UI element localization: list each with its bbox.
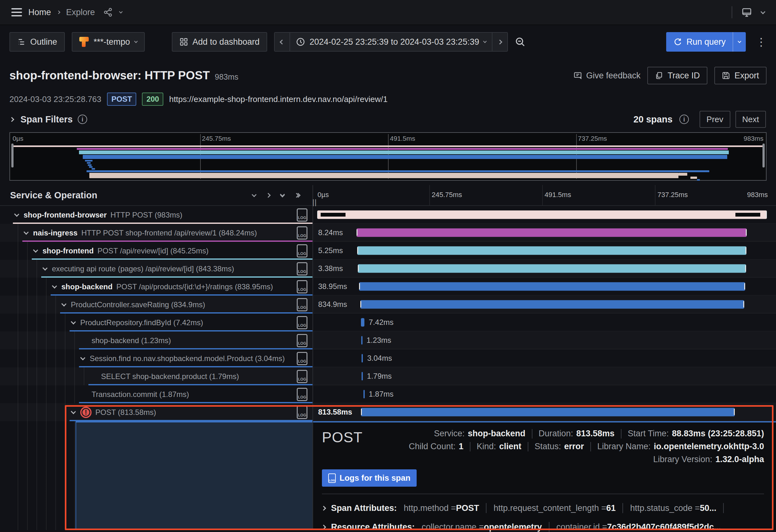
span-filters-info-icon[interactable]: i: [78, 115, 87, 124]
span-row-timeline-cell[interactable]: 3.04ms: [313, 349, 776, 367]
attributes-row[interactable]: Resource Attributes:collector.name = ope…: [322, 522, 764, 532]
span-row[interactable]: Session.find no.nav.shopbackend.model.Pr…: [0, 349, 776, 367]
run-query-caret[interactable]: [733, 32, 746, 52]
time-shift-forward-button[interactable]: [492, 33, 507, 51]
give-feedback-link[interactable]: Give feedback: [573, 71, 641, 80]
span-duration-bar[interactable]: [361, 336, 363, 344]
span-row-timeline-cell[interactable]: 5.25ms: [313, 242, 776, 260]
collapse-one-icon[interactable]: [252, 192, 257, 197]
span-row[interactable]: shop-backendPOST /api/products/{id:\d+}/…: [0, 278, 776, 296]
span-row-label-cell[interactable]: ProductController.saveRating (834.9ms) L…: [0, 296, 313, 314]
run-query-button[interactable]: Run query: [666, 32, 746, 52]
span-duration-bar[interactable]: [361, 318, 364, 326]
breadcrumb-more-icon[interactable]: [119, 10, 123, 13]
span-row-label-cell[interactable]: shop-backendPOST /api/products/{id:\d+}/…: [0, 278, 313, 296]
monitor-icon[interactable]: [741, 7, 752, 18]
span-collapse-icon[interactable]: [33, 247, 38, 252]
pane-splitter[interactable]: [313, 185, 313, 530]
span-row[interactable]: executing api route (pages) /api/review/…: [0, 260, 776, 278]
span-log-icon[interactable]: LOG: [297, 280, 308, 294]
span-duration-bar[interactable]: [362, 372, 363, 380]
span-duration-bar[interactable]: [357, 228, 747, 237]
span-row[interactable]: nais-ingressHTTP POST shop-frontend /api…: [0, 224, 776, 242]
span-row-label-cell[interactable]: Transaction.commit (1.87ms) LOG: [0, 385, 313, 403]
span-log-icon[interactable]: LOG: [297, 244, 308, 257]
span-row-timeline-cell[interactable]: 1.87ms: [313, 385, 776, 403]
span-collapse-icon[interactable]: [71, 319, 76, 324]
minimap-left-handle[interactable]: [11, 144, 14, 167]
span-row-timeline-cell[interactable]: 8.24ms: [313, 224, 776, 242]
prev-span-button[interactable]: Prev: [700, 111, 730, 128]
collapse-all-icon[interactable]: [281, 194, 284, 197]
share-icon[interactable]: [103, 8, 113, 17]
minimap-right-handle[interactable]: [762, 144, 765, 167]
logs-for-span-button[interactable]: LOG Logs for this span: [322, 469, 417, 487]
span-collapse-icon[interactable]: [24, 229, 29, 234]
span-row-timeline-cell[interactable]: 834.9ms: [313, 296, 776, 314]
span-duration-bar[interactable]: [358, 264, 746, 273]
span-log-icon[interactable]: LOG: [297, 388, 308, 401]
span-row-label-cell[interactable]: shop-frontend-browserHTTP POST (983ms) L…: [0, 206, 313, 224]
span-collapse-icon[interactable]: [42, 265, 47, 271]
span-row-timeline-cell[interactable]: 3.38ms: [313, 260, 776, 278]
datasource-picker[interactable]: ***-tempo: [72, 32, 145, 52]
span-duration-bar[interactable]: [359, 282, 745, 291]
expand-icon[interactable]: [322, 524, 326, 529]
span-row[interactable]: shop-frontend-browserHTTP POST (983ms) L…: [0, 206, 776, 224]
span-duration-bar[interactable]: [357, 246, 746, 255]
span-collapse-icon[interactable]: [52, 283, 57, 288]
span-filters-expand-icon[interactable]: [9, 117, 14, 122]
zoom-out-icon[interactable]: [515, 36, 526, 47]
time-range-picker[interactable]: 2024-02-25 23:25:39 to 2024-03-03 23:25:…: [289, 33, 492, 51]
next-span-button[interactable]: Next: [735, 111, 766, 128]
span-collapse-icon[interactable]: [71, 409, 76, 414]
span-log-icon[interactable]: LOG: [297, 370, 308, 383]
span-row[interactable]: Transaction.commit (1.87ms) LOG 1.87ms: [0, 385, 776, 403]
span-row-timeline-cell[interactable]: 813.58ms: [313, 403, 776, 421]
column-resize-handle[interactable]: ||: [313, 198, 317, 206]
span-duration-bar[interactable]: [360, 300, 744, 309]
span-row-label-cell[interactable]: ProductRepository.findById (7.42ms) LOG: [0, 314, 313, 332]
span-row-label-cell[interactable]: Session.find no.nav.shopbackend.model.Pr…: [0, 349, 313, 367]
expand-icon[interactable]: [322, 506, 326, 511]
span-duration-bar[interactable]: [317, 210, 767, 219]
span-duration-bar[interactable]: [363, 390, 365, 398]
span-log-icon[interactable]: LOG: [297, 316, 308, 329]
span-log-icon[interactable]: LOG: [297, 352, 308, 365]
menu-icon[interactable]: [11, 8, 22, 16]
span-row-label-cell[interactable]: shop-frontendPOST /api/review/[id] (845.…: [0, 242, 313, 260]
span-row-label-cell[interactable]: POST (813.58ms) LOG: [0, 403, 313, 421]
trace-id-button[interactable]: Trace ID: [647, 67, 708, 84]
span-duration-bar[interactable]: [362, 354, 363, 362]
span-duration-bar[interactable]: [361, 408, 735, 416]
trace-minimap[interactable]: 0µs245.75ms491.5ms737.25ms983ms: [9, 132, 767, 181]
export-button[interactable]: Export: [714, 67, 767, 84]
outline-button[interactable]: Outline: [9, 32, 65, 52]
span-log-icon[interactable]: LOG: [297, 226, 308, 239]
span-row[interactable]: shop-backend (1.23ms) LOG 1.23ms: [0, 332, 776, 349]
span-log-icon[interactable]: LOG: [297, 298, 308, 311]
expand-one-icon[interactable]: [266, 193, 271, 198]
span-count-info-icon[interactable]: i: [680, 115, 689, 124]
span-log-icon[interactable]: LOG: [297, 262, 308, 276]
span-collapse-icon[interactable]: [80, 355, 85, 360]
span-row-timeline-cell[interactable]: 38.95ms: [313, 278, 776, 296]
span-row-timeline-cell[interactable]: 1.23ms: [313, 332, 776, 349]
attributes-row[interactable]: Span Attributes:http.method = POSThttp.r…: [322, 503, 764, 513]
span-row-label-cell[interactable]: shop-backend (1.23ms) LOG: [0, 332, 313, 349]
span-collapse-icon[interactable]: [14, 211, 19, 217]
add-to-dashboard-button[interactable]: Add to dashboard: [172, 32, 267, 52]
span-log-icon[interactable]: LOG: [297, 406, 308, 419]
span-row-label-cell[interactable]: nais-ingressHTTP POST shop-frontend /api…: [0, 224, 313, 242]
span-row[interactable]: ProductController.saveRating (834.9ms) L…: [0, 296, 776, 314]
span-row-timeline-cell[interactable]: 7.42ms: [313, 314, 776, 332]
span-row[interactable]: POST (813.58ms) LOG 813.58ms: [0, 403, 776, 421]
span-row-timeline-cell[interactable]: 1.79ms: [313, 367, 776, 385]
span-row-timeline-cell[interactable]: [313, 206, 776, 224]
span-row[interactable]: SELECT shop-backend.product (1.79ms) LOG…: [0, 367, 776, 385]
span-log-icon[interactable]: LOG: [297, 334, 308, 347]
expand-all-icon[interactable]: [295, 194, 300, 197]
topnav-collapse-icon[interactable]: [761, 9, 766, 14]
breadcrumb-home[interactable]: Home: [28, 8, 51, 17]
breadcrumb-explore[interactable]: Explore: [66, 8, 95, 17]
